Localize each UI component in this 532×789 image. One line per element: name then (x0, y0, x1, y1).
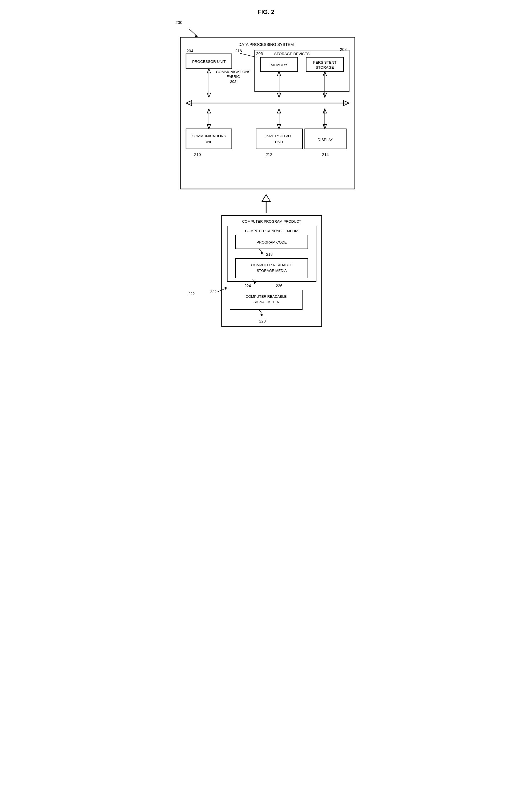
svg-marker-41 (261, 252, 263, 254)
ref-210: 210 (194, 152, 201, 157)
ref-208: 208 (340, 47, 346, 52)
ref-222-svg: 222 (210, 290, 217, 294)
signal-media-label-2: SIGNAL MEDIA (253, 300, 279, 304)
persistent-storage-label-2: STORAGE (316, 65, 334, 70)
crsm-label-2: STORAGE MEDIA (256, 269, 286, 273)
processor-unit-label: PROCESSOR UNIT (192, 59, 225, 64)
svg-line-7 (240, 53, 256, 57)
svg-rect-3 (254, 50, 349, 91)
persistent-storage-label-1: PERSISTENT (313, 60, 337, 65)
figure-title: FIG. 2 (172, 8, 361, 16)
top-diagram-svg: DATA PROCESSING SYSTEM 206 STORAGE DEVIC… (172, 20, 361, 198)
cpp-outer-label: COMPUTER PROGRAM PRODUCT (242, 219, 301, 223)
signal-media-label-1: COMPUTER READABLE (246, 294, 287, 298)
svg-marker-47 (260, 314, 263, 316)
svg-rect-42 (235, 259, 308, 278)
comm-unit-label-2: UNIT (205, 140, 213, 144)
page: FIG. 2 200 DATA PROCESSING SYSTEM 206 ST… (172, 5, 361, 341)
comm-fabric-1: COMMUNICATIONS (216, 70, 250, 74)
ref-216: 216 (235, 49, 242, 53)
ref-200: 200 (175, 20, 183, 25)
io-unit-label-2: UNIT (275, 140, 283, 144)
ref-206: 206 (256, 51, 263, 56)
bottom-diagram-svg: 222 COMPUTER PROGRAM PRODUCT COMPUTER RE… (205, 213, 327, 332)
ref-226: 226 (276, 283, 283, 288)
display-label: DISPLAY (318, 137, 333, 142)
ref-202: 202 (230, 79, 236, 84)
io-unit-label-1: INPUT/OUTPUT (265, 134, 293, 138)
memory-label: MEMORY (271, 63, 287, 67)
bottom-diagram-wrapper: 222 222 COMPUTER PROGRAM PRODUCT COMPUTE… (172, 213, 361, 332)
ref-220: 220 (259, 319, 266, 323)
ref-218: 218 (266, 252, 273, 257)
svg-rect-29 (186, 129, 232, 149)
svg-line-0 (189, 29, 197, 37)
outer-label: DATA PROCESSING SYSTEM (239, 42, 293, 47)
ref-214: 214 (322, 152, 329, 157)
svg-rect-30 (256, 129, 302, 149)
storage-devices-label: STORAGE DEVICES (274, 52, 309, 56)
ref-204: 204 (186, 49, 193, 53)
comm-unit-label-1: COMMUNICATIONS (192, 134, 226, 138)
svg-rect-45 (230, 290, 302, 309)
svg-marker-36 (225, 287, 227, 290)
crm-label: COMPUTER READABLE MEDIA (245, 229, 298, 233)
ref-222: 222 (188, 292, 195, 296)
ref-212: 212 (266, 152, 272, 157)
program-code-label: PROGRAM CODE (256, 240, 287, 244)
comm-fabric-2: FABRIC (226, 74, 240, 79)
ref-224: 224 (245, 283, 251, 288)
crsm-label-1: COMPUTER READABLE (251, 263, 292, 267)
